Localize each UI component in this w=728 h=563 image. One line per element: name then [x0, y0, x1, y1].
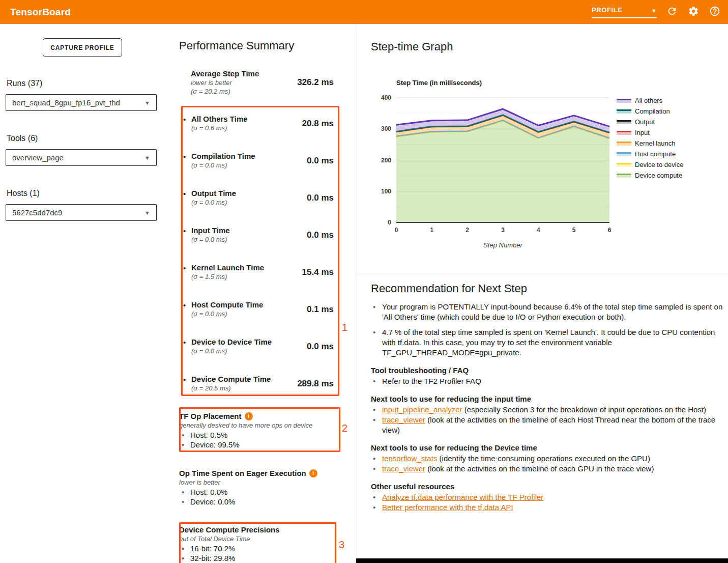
legend-item: Device compute — [617, 170, 683, 181]
svg-text:1: 1 — [430, 227, 433, 234]
tool-suggestion-text: (identify the time-consuming operations … — [437, 454, 650, 463]
bullet-icon: • — [183, 375, 191, 392]
legend-swatch-input — [617, 130, 631, 135]
tf-op-placement-block: TF Op Placementi generally desired to ha… — [179, 411, 347, 449]
next-section-edge — [356, 558, 728, 563]
legend-label: Device to device — [635, 161, 683, 168]
precision-16bit-value: 16-bit: 70.2% — [190, 544, 235, 553]
metric-value: 0.0 ms — [307, 342, 334, 352]
tools-select[interactable]: overview_page ▼ — [6, 149, 157, 166]
trace-viewer-link[interactable]: trace_viewer — [382, 464, 425, 473]
reload-button[interactable] — [666, 6, 678, 18]
capture-profile-button[interactable]: CAPTURE PROFILE — [43, 38, 122, 57]
legend-swatch-compilation — [617, 109, 631, 114]
metric-value: 0.0 ms — [307, 193, 334, 203]
settings-button[interactable] — [687, 6, 700, 18]
resource-link-item: •Analyze tf.data performance with the TF… — [371, 492, 723, 502]
other-resources-heading: Other useful resources — [371, 482, 723, 492]
info-icon[interactable]: i — [309, 469, 317, 477]
eager-execution-note: lower is better — [179, 478, 347, 487]
metric-label: Compilation Time — [191, 152, 307, 161]
metric-label: Output Time — [191, 189, 307, 198]
breakdown-row: • Input Time(σ = 0.0 ms) 0.0 ms — [183, 226, 334, 244]
bullet-icon: • — [371, 492, 382, 502]
svg-text:100: 100 — [381, 188, 391, 195]
gear-icon — [688, 6, 699, 19]
metric-label: Average Step Time — [191, 69, 297, 78]
tensorflow-stats-link[interactable]: tensorflow_stats — [382, 454, 437, 463]
metric-sigma: (σ = 0.0 ms) — [191, 198, 307, 207]
resource-link-item: •Better performance with the tf.data API — [371, 502, 723, 513]
metric-value: 0.1 ms — [307, 304, 334, 315]
legend-item: Input — [617, 127, 683, 138]
tool-suggestion-text: (look at the activities on the timeline … — [425, 464, 654, 473]
recommendation-text: Your program is POTENTIALLY input-bound … — [382, 302, 723, 322]
bullet-icon: • — [179, 497, 190, 506]
bullet-icon: • — [179, 544, 190, 553]
svg-text:4: 4 — [537, 227, 540, 234]
bullet-icon: • — [371, 454, 382, 464]
metric-note: lower is better — [191, 78, 297, 87]
annotation-number-1: 1 — [342, 322, 347, 333]
metric-sigma: (σ = 20.5 ms) — [191, 384, 297, 392]
legend-label: Input — [635, 129, 650, 136]
svg-text:200: 200 — [381, 157, 391, 164]
bullet-icon: • — [371, 376, 382, 386]
performance-summary-panel: Performance Summary Average Step Time lo… — [169, 24, 357, 563]
eager-device-value: Device: 0.0% — [190, 497, 235, 506]
tools-label: Tools (6) — [7, 134, 38, 143]
input-pipeline-analyzer-link[interactable]: input_pipeline_analyzer — [382, 405, 462, 414]
metric-label: All Others Time — [191, 115, 302, 124]
section-divider — [357, 273, 728, 273]
hosts-label: Hosts (1) — [7, 189, 40, 198]
tfdata-profiler-link[interactable]: Analyze tf.data performance with the TF … — [382, 493, 543, 501]
svg-text:300: 300 — [381, 125, 391, 132]
recommendation-bullet: •4.7 % of the total step time sampled is… — [371, 327, 723, 358]
metric-sigma: (σ = 0.0 ms) — [191, 309, 307, 318]
svg-text:400: 400 — [381, 94, 391, 101]
app-title: TensorBoard — [10, 7, 71, 18]
tools-selected-value: overview_page — [12, 153, 64, 162]
legend-item: All others — [617, 95, 683, 106]
trace-viewer-link[interactable]: trace_viewer — [382, 415, 425, 424]
bullet-icon: • — [179, 440, 190, 449]
svg-text:Step Time (in milliseconds): Step Time (in milliseconds) — [396, 79, 482, 87]
help-button[interactable] — [709, 6, 721, 18]
precision-32bit-value: 32-bit: 29.8% — [190, 553, 235, 563]
tf-op-device-value: Device: 99.5% — [190, 440, 240, 449]
legend-swatch-host-compute — [617, 152, 631, 156]
metric-value: 0.0 ms — [307, 156, 334, 166]
legend-label: Device compute — [635, 172, 682, 179]
metric-value: 20.8 ms — [302, 119, 334, 129]
tfdata-api-link[interactable]: Better performance with the tf.data API — [382, 503, 513, 512]
runs-label: Runs (37) — [7, 79, 42, 88]
legend-item: Output — [617, 117, 683, 127]
eager-host-value: Host: 0.0% — [190, 487, 227, 497]
tool-suggestion: •tensorflow_stats (identify the time-con… — [371, 454, 723, 464]
metric-sigma: (σ = 0.6 ms) — [191, 124, 302, 132]
tool-suggestion: •input_pipeline_analyzer (especially Sec… — [371, 405, 723, 415]
bullet-icon: • — [183, 189, 191, 207]
legend-item: Host compute — [617, 149, 683, 159]
metric-label: Device to Device Time — [191, 337, 307, 347]
performance-summary-title: Performance Summary — [179, 39, 294, 52]
legend-swatch-device-compute — [617, 173, 631, 178]
svg-text:6: 6 — [608, 227, 611, 234]
sidebar: CAPTURE PROFILE Runs (37) bert_squad_8gp… — [0, 24, 170, 563]
bullet-icon: • — [179, 487, 190, 497]
runs-select[interactable]: bert_squad_8gpu_fp16_pvt_thd ▼ — [6, 94, 157, 111]
legend-label: All others — [635, 97, 662, 104]
bullet-icon: • — [183, 300, 191, 318]
bullet-icon: • — [183, 152, 191, 170]
metric-value: 289.8 ms — [297, 379, 334, 389]
chevron-down-icon: ▼ — [144, 100, 150, 106]
breakdown-row: • Compilation Time(σ = 0.0 ms) 0.0 ms — [183, 152, 334, 170]
precisions-title: Device Compute Precisions — [179, 525, 280, 534]
legend-label: Output — [635, 118, 655, 126]
metric-sigma: (σ = 0.0 ms) — [191, 347, 307, 355]
dashboard-selector[interactable]: PROFILE ▼ — [592, 6, 657, 18]
info-icon[interactable]: i — [245, 412, 253, 420]
tf-op-placement-title: TF Op Placement — [179, 411, 242, 421]
breakdown-row: • Device to Device Time(σ = 0.0 ms) 0.0 … — [183, 337, 334, 355]
hosts-select[interactable]: 5627c5dd7dc9 ▼ — [6, 204, 157, 221]
